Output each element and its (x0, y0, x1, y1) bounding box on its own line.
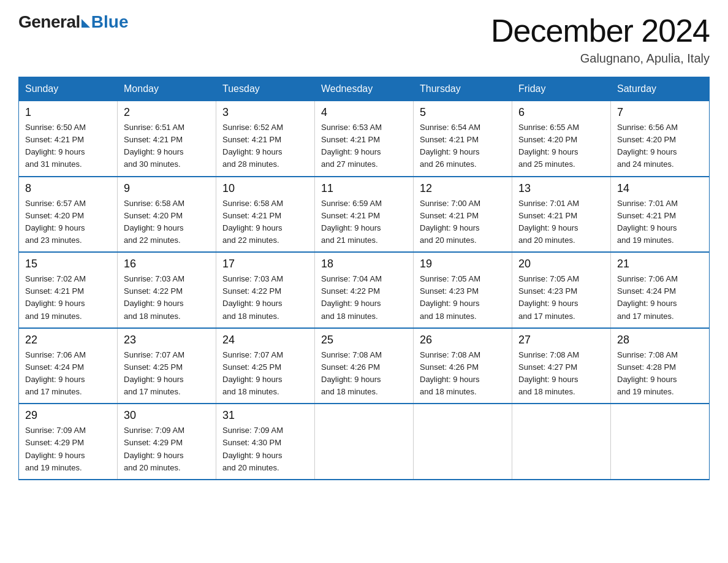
location-subtitle: Galugnano, Apulia, Italy (491, 52, 710, 66)
calendar-cell: 19Sunrise: 7:05 AMSunset: 4:23 PMDayligh… (414, 252, 512, 328)
day-number: 28 (617, 334, 703, 347)
calendar-table: Sunday Monday Tuesday Wednesday Thursday… (18, 77, 710, 480)
logo-blue-text: Blue (91, 12, 129, 32)
day-number: 10 (222, 182, 308, 195)
calendar-cell: 7Sunrise: 6:56 AMSunset: 4:20 PMDaylight… (611, 101, 710, 177)
calendar-cell: 18Sunrise: 7:04 AMSunset: 4:22 PMDayligh… (315, 252, 414, 328)
calendar-cell: 6Sunrise: 6:55 AMSunset: 4:20 PMDaylight… (512, 101, 611, 177)
day-info: Sunrise: 7:01 AMSunset: 4:21 PMDaylight:… (518, 197, 604, 247)
day-info: Sunrise: 6:55 AMSunset: 4:20 PMDaylight:… (518, 121, 604, 171)
day-info: Sunrise: 7:00 AMSunset: 4:21 PMDaylight:… (420, 197, 506, 247)
day-number: 9 (124, 182, 210, 195)
calendar-cell: 4Sunrise: 6:53 AMSunset: 4:21 PMDaylight… (315, 101, 414, 177)
header-monday: Monday (118, 77, 216, 101)
calendar-cell: 5Sunrise: 6:54 AMSunset: 4:21 PMDaylight… (414, 101, 512, 177)
day-number: 31 (222, 409, 308, 422)
day-info: Sunrise: 7:03 AMSunset: 4:22 PMDaylight:… (124, 273, 210, 323)
calendar-cell: 10Sunrise: 6:58 AMSunset: 4:21 PMDayligh… (216, 177, 315, 253)
day-number: 16 (124, 258, 210, 270)
calendar-cell: 20Sunrise: 7:05 AMSunset: 4:23 PMDayligh… (512, 252, 611, 328)
calendar-cell: 14Sunrise: 7:01 AMSunset: 4:21 PMDayligh… (611, 177, 710, 253)
logo-general-text: General (18, 12, 80, 32)
calendar-body: 1Sunrise: 6:50 AMSunset: 4:21 PMDaylight… (19, 101, 710, 480)
calendar-cell (611, 404, 710, 480)
header-row: Sunday Monday Tuesday Wednesday Thursday… (19, 77, 710, 101)
calendar-cell: 1Sunrise: 6:50 AMSunset: 4:21 PMDaylight… (19, 101, 118, 177)
day-info: Sunrise: 6:56 AMSunset: 4:20 PMDaylight:… (617, 121, 703, 171)
day-number: 19 (420, 258, 506, 270)
day-number: 5 (420, 106, 506, 119)
day-info: Sunrise: 6:58 AMSunset: 4:20 PMDaylight:… (124, 197, 210, 247)
calendar-cell: 31Sunrise: 7:09 AMSunset: 4:30 PMDayligh… (216, 404, 315, 480)
day-info: Sunrise: 7:08 AMSunset: 4:27 PMDaylight:… (518, 349, 604, 399)
page-header: General Blue December 2024 Galugnano, Ap… (18, 12, 710, 66)
header-friday: Friday (512, 77, 611, 101)
calendar-cell: 13Sunrise: 7:01 AMSunset: 4:21 PMDayligh… (512, 177, 611, 253)
header-tuesday: Tuesday (216, 77, 315, 101)
day-number: 2 (124, 106, 210, 119)
day-number: 13 (518, 182, 604, 195)
month-title: December 2024 (491, 12, 710, 49)
day-number: 14 (617, 182, 703, 195)
day-info: Sunrise: 7:04 AMSunset: 4:22 PMDaylight:… (321, 273, 407, 323)
day-number: 3 (222, 106, 308, 119)
calendar-week-row: 29Sunrise: 7:09 AMSunset: 4:29 PMDayligh… (19, 404, 710, 480)
calendar-cell: 3Sunrise: 6:52 AMSunset: 4:21 PMDaylight… (216, 101, 315, 177)
calendar-cell: 22Sunrise: 7:06 AMSunset: 4:24 PMDayligh… (19, 328, 118, 404)
calendar-week-row: 8Sunrise: 6:57 AMSunset: 4:20 PMDaylight… (19, 177, 710, 253)
day-info: Sunrise: 7:07 AMSunset: 4:25 PMDaylight:… (222, 349, 308, 399)
logo: General Blue (18, 12, 128, 32)
calendar-week-row: 1Sunrise: 6:50 AMSunset: 4:21 PMDaylight… (19, 101, 710, 177)
day-number: 17 (222, 258, 308, 270)
day-info: Sunrise: 7:08 AMSunset: 4:28 PMDaylight:… (617, 349, 703, 399)
calendar-cell: 28Sunrise: 7:08 AMSunset: 4:28 PMDayligh… (611, 328, 710, 404)
day-number: 25 (321, 334, 407, 347)
day-number: 22 (25, 334, 111, 347)
day-number: 8 (25, 182, 111, 195)
day-number: 12 (420, 182, 506, 195)
calendar-cell: 30Sunrise: 7:09 AMSunset: 4:29 PMDayligh… (118, 404, 216, 480)
calendar-cell: 23Sunrise: 7:07 AMSunset: 4:25 PMDayligh… (118, 328, 216, 404)
day-info: Sunrise: 7:02 AMSunset: 4:21 PMDaylight:… (25, 273, 111, 323)
calendar-cell: 9Sunrise: 6:58 AMSunset: 4:20 PMDaylight… (118, 177, 216, 253)
day-info: Sunrise: 7:09 AMSunset: 4:29 PMDaylight:… (124, 424, 210, 474)
day-info: Sunrise: 6:52 AMSunset: 4:21 PMDaylight:… (222, 121, 308, 171)
day-info: Sunrise: 7:05 AMSunset: 4:23 PMDaylight:… (518, 273, 604, 323)
day-info: Sunrise: 7:07 AMSunset: 4:25 PMDaylight:… (124, 349, 210, 399)
day-info: Sunrise: 7:09 AMSunset: 4:29 PMDaylight:… (25, 424, 111, 474)
header-sunday: Sunday (19, 77, 118, 101)
day-info: Sunrise: 7:01 AMSunset: 4:21 PMDaylight:… (617, 197, 703, 247)
day-info: Sunrise: 6:59 AMSunset: 4:21 PMDaylight:… (321, 197, 407, 247)
day-info: Sunrise: 7:05 AMSunset: 4:23 PMDaylight:… (420, 273, 506, 323)
calendar-cell: 8Sunrise: 6:57 AMSunset: 4:20 PMDaylight… (19, 177, 118, 253)
day-number: 15 (25, 258, 111, 270)
calendar-cell: 2Sunrise: 6:51 AMSunset: 4:21 PMDaylight… (118, 101, 216, 177)
day-info: Sunrise: 6:50 AMSunset: 4:21 PMDaylight:… (25, 121, 111, 171)
day-info: Sunrise: 6:51 AMSunset: 4:21 PMDaylight:… (124, 121, 210, 171)
calendar-cell: 21Sunrise: 7:06 AMSunset: 4:24 PMDayligh… (611, 252, 710, 328)
calendar-cell: 15Sunrise: 7:02 AMSunset: 4:21 PMDayligh… (19, 252, 118, 328)
logo-arrow-icon (82, 19, 90, 28)
day-number: 27 (518, 334, 604, 347)
calendar-cell: 11Sunrise: 6:59 AMSunset: 4:21 PMDayligh… (315, 177, 414, 253)
day-number: 11 (321, 182, 407, 195)
calendar-cell: 24Sunrise: 7:07 AMSunset: 4:25 PMDayligh… (216, 328, 315, 404)
day-info: Sunrise: 7:08 AMSunset: 4:26 PMDaylight:… (420, 349, 506, 399)
calendar-cell (315, 404, 414, 480)
calendar-cell: 26Sunrise: 7:08 AMSunset: 4:26 PMDayligh… (414, 328, 512, 404)
header-thursday: Thursday (414, 77, 512, 101)
day-number: 23 (124, 334, 210, 347)
day-number: 24 (222, 334, 308, 347)
day-number: 21 (617, 258, 703, 270)
calendar-cell: 12Sunrise: 7:00 AMSunset: 4:21 PMDayligh… (414, 177, 512, 253)
calendar-cell (414, 404, 512, 480)
day-info: Sunrise: 6:58 AMSunset: 4:21 PMDaylight:… (222, 197, 308, 247)
day-info: Sunrise: 7:08 AMSunset: 4:26 PMDaylight:… (321, 349, 407, 399)
calendar-header: Sunday Monday Tuesday Wednesday Thursday… (19, 77, 710, 101)
calendar-week-row: 15Sunrise: 7:02 AMSunset: 4:21 PMDayligh… (19, 252, 710, 328)
day-number: 1 (25, 106, 111, 119)
day-info: Sunrise: 6:57 AMSunset: 4:20 PMDaylight:… (25, 197, 111, 247)
day-number: 6 (518, 106, 604, 119)
day-number: 18 (321, 258, 407, 270)
day-info: Sunrise: 6:53 AMSunset: 4:21 PMDaylight:… (321, 121, 407, 171)
